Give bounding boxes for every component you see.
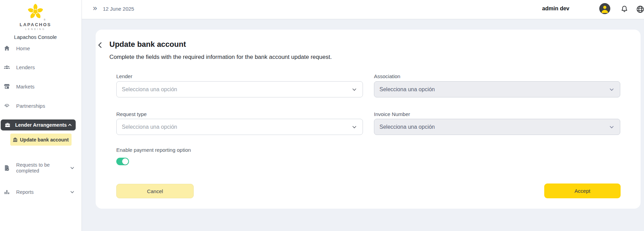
chevron-down-icon xyxy=(609,124,614,130)
language-button[interactable] xyxy=(636,5,644,14)
sidebar-item-partnerships[interactable]: Partnerships xyxy=(0,101,82,110)
sidebar: ® LAPACHOS LENDING Lapachos Console Home… xyxy=(0,0,82,231)
brand-logo: ® LAPACHOS LENDING Lapachos Console xyxy=(0,3,71,40)
accept-button[interactable]: Accept xyxy=(544,183,621,198)
cancel-button[interactable]: Cancel xyxy=(116,184,194,198)
invoice-number-label: Invoice Number xyxy=(374,111,410,117)
sidebar-item-lenders[interactable]: Lenders xyxy=(0,63,82,72)
sidebar-item-requests-to-be-completed[interactable]: Requests to be completed xyxy=(0,159,82,177)
sidebar-item-label: Partnerships xyxy=(16,103,45,109)
chevron-up-icon xyxy=(67,123,72,127)
topbar: » 12 June 2025 admin dev xyxy=(82,0,644,19)
bar-chart-icon xyxy=(3,189,10,196)
lender-select-placeholder: Selecciona una opción xyxy=(122,86,177,93)
document-check-icon xyxy=(3,165,10,171)
avatar[interactable] xyxy=(599,3,610,14)
payment-reporting-label: Enable payment reporting option xyxy=(116,147,191,153)
bank-icon xyxy=(12,137,18,143)
sidebar-item-label: Home xyxy=(16,45,30,51)
association-select-placeholder: Selecciona una opción xyxy=(379,86,435,93)
sidebar-subitem-update-bank-account[interactable]: Update bank account xyxy=(10,134,72,146)
current-date: 12 June 2025 xyxy=(103,6,134,12)
avatar-user-icon xyxy=(599,3,610,14)
brand-wordmark: LAPACHOS xyxy=(0,22,71,27)
chevron-down-icon xyxy=(352,87,357,92)
request-type-label: Request type xyxy=(116,111,147,117)
briefcase-icon xyxy=(4,122,11,128)
storefront-icon xyxy=(3,83,10,90)
invoice-number-select-placeholder: Selecciona una opción xyxy=(379,124,435,130)
flower-logo-icon xyxy=(26,3,45,21)
notifications-button[interactable] xyxy=(620,5,629,14)
toggle-knob xyxy=(122,158,128,165)
chevron-down-icon xyxy=(609,87,614,92)
page-title: Update bank account xyxy=(109,40,186,49)
globe-icon xyxy=(636,5,644,14)
page-subtitle: Complete the fields with the required in… xyxy=(109,54,332,61)
sidebar-item-label: Markets xyxy=(16,84,34,90)
handshake-icon xyxy=(3,102,10,109)
sidebar-item-markets[interactable]: Markets xyxy=(0,82,82,91)
main-content: Update bank account Complete the fields … xyxy=(82,19,644,231)
sidebar-item-label: Lenders xyxy=(16,64,35,70)
lapachos-console-app: ® LAPACHOS LENDING Lapachos Console Home… xyxy=(0,0,644,231)
chevron-down-icon xyxy=(70,166,75,170)
sidebar-item-home[interactable]: Home xyxy=(0,44,82,53)
sidebar-item-label: Lender Arrangements xyxy=(15,122,67,128)
sidebar-subitem-label: Update bank account xyxy=(20,137,69,143)
request-type-select-placeholder: Selecciona una opción xyxy=(122,124,177,130)
sidebar-item-label: Reports xyxy=(16,189,34,195)
user-name: admin dev xyxy=(532,6,569,12)
sidebar-item-label: Requests to be completed xyxy=(16,162,57,174)
lender-label: Lender xyxy=(116,73,132,79)
back-button[interactable] xyxy=(96,41,105,50)
home-icon xyxy=(3,45,10,52)
chevron-down-icon xyxy=(352,124,357,130)
chevron-left-icon xyxy=(96,41,104,50)
chevron-down-icon xyxy=(70,190,75,195)
registered-trademark: ® xyxy=(44,19,45,21)
invoice-number-select[interactable]: Selecciona una opción xyxy=(374,119,620,135)
brand-tagline: LENDING xyxy=(0,28,71,30)
bell-icon xyxy=(620,5,629,14)
lenders-group-icon xyxy=(3,64,10,71)
update-bank-account-card: Update bank account Complete the fields … xyxy=(96,30,641,209)
lender-select[interactable]: Selecciona una opción xyxy=(116,81,363,97)
sidebar-collapse-icon[interactable]: » xyxy=(93,1,97,15)
association-select[interactable]: Selecciona una opción xyxy=(374,81,620,97)
request-type-select[interactable]: Selecciona una opción xyxy=(116,119,363,135)
sidebar-item-reports[interactable]: Reports xyxy=(0,188,82,197)
sidebar-item-lender-arrangements[interactable]: Lender Arrangements xyxy=(1,119,76,130)
console-label: Lapachos Console xyxy=(0,34,71,40)
association-label: Association xyxy=(374,73,400,79)
payment-reporting-toggle[interactable] xyxy=(116,158,129,165)
